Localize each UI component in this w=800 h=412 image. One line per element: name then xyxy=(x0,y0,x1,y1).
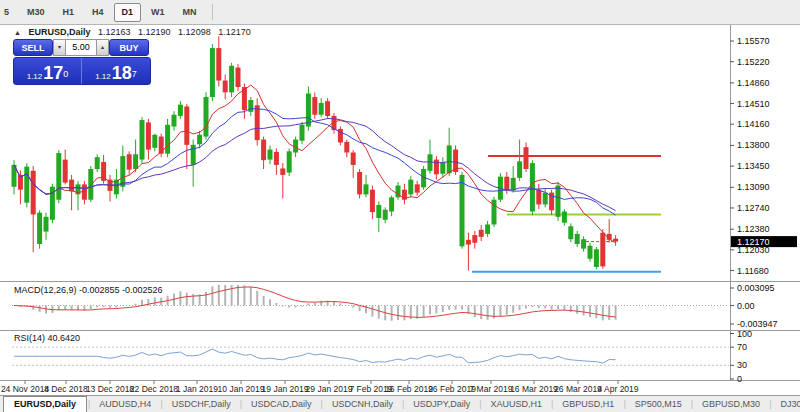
tab-separator: | xyxy=(240,399,242,409)
price-axis: 1.155701.152201.148601.145101.141601.138… xyxy=(730,36,797,276)
timeframe-toolbar: 5M30H1H4D1W1MN xyxy=(0,0,800,25)
svg-text:1 Jan 2019: 1 Jan 2019 xyxy=(176,384,218,394)
tab-USDCHF,Daily[interactable]: USDCHF,Daily xyxy=(164,398,239,410)
tab-EURUSD,Daily[interactable]: EURUSD,Daily xyxy=(3,396,87,412)
candle-body xyxy=(312,97,317,115)
svg-text:1.12380: 1.12380 xyxy=(737,224,770,234)
volume-decrease-icon[interactable]: ▾ xyxy=(53,39,66,56)
tab-separator: | xyxy=(402,399,404,409)
candle-body xyxy=(434,160,439,175)
candle-body xyxy=(120,156,125,187)
timeframe-button-d1[interactable]: D1 xyxy=(114,3,142,22)
volume-increase-icon[interactable]: ▴ xyxy=(96,39,109,56)
candle-body xyxy=(255,105,260,140)
candle-body xyxy=(178,105,183,116)
candle-body xyxy=(204,97,209,137)
mt4-window: 5M30H1H4D1W1MN 1.155701.152201.148601.14… xyxy=(0,0,800,412)
svg-text:1.14860: 1.14860 xyxy=(737,78,770,88)
tab-AUDUSD,H4[interactable]: AUDUSD,H4 xyxy=(91,398,159,410)
ohlc-low: 1.12098 xyxy=(178,27,211,37)
sell-price[interactable]: 1.12 17 0 xyxy=(14,58,82,84)
tab-GBPUSD,H1[interactable]: GBPUSD,H1 xyxy=(554,398,622,410)
buy-price[interactable]: 1.12 18 7 xyxy=(82,58,150,84)
sell-price-prefix: 1.12 xyxy=(27,72,43,82)
candle-body xyxy=(357,172,362,194)
tab-SP500,M15[interactable]: SP500,M15 xyxy=(627,398,690,410)
candle-body xyxy=(376,205,381,218)
timeframe-button-w1[interactable]: W1 xyxy=(143,3,173,22)
svg-text:13 Dec 2018: 13 Dec 2018 xyxy=(86,384,134,394)
time-axis[interactable]: 24 Nov 20184 Dec 201813 Dec 201822 Dec 2… xyxy=(1,381,639,395)
svg-text:100: 100 xyxy=(737,329,752,339)
candle-body xyxy=(56,153,61,200)
timeframe-button-m30[interactable]: M30 xyxy=(19,3,53,22)
candle-body xyxy=(152,135,157,148)
candle-body xyxy=(63,160,68,183)
candle-body xyxy=(428,154,433,171)
svg-text:1.12170: 1.12170 xyxy=(737,237,770,247)
tab-separator: | xyxy=(321,399,323,409)
svg-text:0: 0 xyxy=(737,374,742,384)
buy-button[interactable]: BUY xyxy=(109,39,149,56)
rsi-label: RSI(14) 40.6420 xyxy=(14,333,80,343)
candle-body xyxy=(184,106,189,144)
tab-separator: | xyxy=(160,399,162,409)
candle-body xyxy=(140,120,145,160)
tab-USDCNH,Daily[interactable]: USDCNH,Daily xyxy=(324,398,401,410)
candle-body xyxy=(370,190,375,212)
tab-separator: | xyxy=(551,399,553,409)
buy-price-pip: 7 xyxy=(132,66,137,82)
collapse-icon[interactable]: ▲ xyxy=(14,29,21,36)
tab-separator: | xyxy=(769,399,771,409)
svg-text:24 Nov 2018: 24 Nov 2018 xyxy=(1,384,49,394)
svg-text:4 Apr 2019: 4 Apr 2019 xyxy=(597,384,638,394)
timeframe-button-mn[interactable]: MN xyxy=(175,3,205,22)
candle-body xyxy=(466,240,471,245)
candle-body xyxy=(229,66,234,93)
candle-body xyxy=(165,125,170,154)
svg-text:1.12740: 1.12740 xyxy=(737,203,770,213)
candle-body xyxy=(280,168,285,174)
ohlc-high: 1.12190 xyxy=(138,27,171,37)
candle-body xyxy=(556,186,561,217)
chart-title: ▲ EURUSD,Daily 1.12163 1.12190 1.12098 1… xyxy=(14,27,256,37)
sell-button[interactable]: SELL xyxy=(13,39,53,56)
candle-body xyxy=(37,213,42,244)
tab-GBPUSD,M30[interactable]: GBPUSD,M30 xyxy=(694,398,768,410)
candle-body xyxy=(460,175,465,246)
svg-text:1.14160: 1.14160 xyxy=(737,119,770,129)
candle-body xyxy=(415,184,420,192)
svg-text:1.15220: 1.15220 xyxy=(737,57,770,67)
buy-price-prefix: 1.12 xyxy=(95,72,111,82)
svg-text:16 Mar 2019: 16 Mar 2019 xyxy=(510,384,558,394)
candle-body xyxy=(236,68,241,87)
volume-input[interactable]: 5.00 xyxy=(66,39,96,56)
candle-body xyxy=(351,153,356,165)
candle-body xyxy=(389,197,394,211)
timeframe-button-5[interactable]: 5 xyxy=(0,3,17,22)
tab-XAUUSD,H1[interactable]: XAUUSD,H1 xyxy=(483,398,551,410)
timeframe-button-h4[interactable]: H4 xyxy=(84,3,112,22)
candle-body xyxy=(562,212,567,223)
candle-body xyxy=(543,193,548,205)
rsi-pane: 10070300RSI(14) 40.6420 xyxy=(12,329,752,385)
candle-body xyxy=(223,81,228,93)
candle-body xyxy=(287,151,292,172)
tab-USDCAD,Daily[interactable]: USDCAD,Daily xyxy=(243,398,320,410)
chart-area[interactable]: 1.155701.152201.148601.145101.141601.138… xyxy=(0,25,800,396)
tab-DJ30,H4[interactable]: DJ30,H4 xyxy=(772,398,800,410)
candle-body xyxy=(210,48,215,97)
svg-text:1.13800: 1.13800 xyxy=(737,140,770,150)
candle-body xyxy=(594,249,599,267)
toolbar-separator xyxy=(212,4,213,20)
candle-body xyxy=(588,246,593,259)
timeframe-button-h1[interactable]: H1 xyxy=(55,3,83,22)
svg-text:22 Dec 2018: 22 Dec 2018 xyxy=(130,384,178,394)
svg-text:4 Dec 2018: 4 Dec 2018 xyxy=(44,384,88,394)
candle-body xyxy=(344,142,349,153)
candle-body xyxy=(575,234,580,244)
candle-body xyxy=(274,152,279,165)
candle-body xyxy=(268,150,273,160)
ohlc-close: 1.12170 xyxy=(218,27,251,37)
tab-USDJPY,Daily[interactable]: USDJPY,Daily xyxy=(405,398,478,410)
